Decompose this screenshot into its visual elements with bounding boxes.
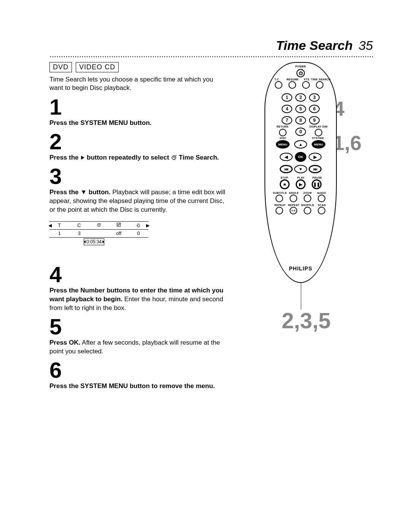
down-arrow-icon: ▼ xyxy=(295,166,306,173)
right-arrow-icon xyxy=(80,155,85,160)
stop-button[interactable]: ■ xyxy=(280,179,290,189)
step-5-bold: Press OK. xyxy=(49,339,80,346)
step-5-text: Press OK. After a few seconds, playback … xyxy=(49,339,228,356)
manual-page: Time Search 35 DVD VIDEO CD Time Search … xyxy=(0,0,411,532)
intro-text: Time Search lets you choose a specific t… xyxy=(49,75,228,92)
next-button[interactable]: ⏭ xyxy=(309,165,322,173)
disc-menu-button[interactable]: MENU xyxy=(276,140,290,149)
num-7[interactable]: 7 xyxy=(282,116,292,125)
label-tc: T-C xyxy=(274,78,279,81)
step-number-4: 4 xyxy=(49,264,228,286)
step-3-text: Press the ▼ button. Playback will pause;… xyxy=(49,188,228,214)
system-menu-button[interactable]: MENU xyxy=(312,140,325,149)
scan-button[interactable] xyxy=(318,207,325,214)
repeat-ab-button[interactable]: A-B xyxy=(290,207,297,214)
num-2[interactable]: 2 xyxy=(295,93,306,102)
step-6-text: Press the SYSTEM MENU button to remove t… xyxy=(49,382,228,391)
osd-val-0: 1 xyxy=(49,230,69,236)
label-timesearch: TIME SEARCH xyxy=(311,78,331,81)
step-1-text: Press the SYSTEM MENU button. xyxy=(49,119,228,128)
label-resume: RESUME xyxy=(287,78,299,81)
num-8[interactable]: 8 xyxy=(295,116,306,125)
dotted-rule xyxy=(49,55,373,58)
remote-control: POWER ⏻ T-C RESUME FTS TIME SEARCH 1 2 xyxy=(264,62,337,283)
page-title: Time Search xyxy=(276,38,353,53)
step-3-bold: Press the ▼ button. xyxy=(49,189,110,196)
power-button[interactable]: ⏻ xyxy=(296,69,305,77)
step-2-lead: Press the xyxy=(49,154,80,161)
time-search-icon xyxy=(171,154,177,160)
label-play: PLAY xyxy=(297,176,304,179)
step-number-5: 5 xyxy=(49,316,228,338)
up-arrow-icon: ▲ xyxy=(295,141,306,148)
osd-hdr-check-icon xyxy=(109,222,129,228)
play-button[interactable]: ▶ xyxy=(296,179,306,189)
return-button[interactable] xyxy=(279,129,287,136)
step-6-bold: Press the SYSTEM MENU button to remove t… xyxy=(49,382,215,390)
num-6[interactable]: 6 xyxy=(309,105,320,113)
step-number-3: 3 xyxy=(49,165,228,187)
down-button[interactable]: ▼ xyxy=(294,165,307,173)
callout-16: 1,6 xyxy=(333,133,362,153)
osd-hdr-hand-icon xyxy=(129,222,148,228)
remote-wrap: 4 1,6 2,3,5 POWER ⏻ T-C RESUME FTS xyxy=(244,62,342,283)
label-return: RETURN xyxy=(277,125,288,128)
pause-button[interactable]: ❚❚ xyxy=(312,179,322,189)
label-angle: ANGLE xyxy=(289,192,299,194)
label-repeat: REPEAT xyxy=(274,204,286,206)
osd-val-1: 3 xyxy=(69,230,89,236)
play-icon: ▶ xyxy=(297,181,304,188)
page-title-row: Time Search 35 xyxy=(49,38,373,53)
label-fts: FTS xyxy=(304,78,309,81)
osd-value-row: 1 3 off 0 xyxy=(49,229,148,237)
tag-dvd: DVD xyxy=(49,62,72,72)
osd-hdr-T: T xyxy=(49,222,69,228)
prev-button[interactable]: ⏮ xyxy=(280,165,293,173)
display-dim-button[interactable] xyxy=(315,129,322,136)
num-3[interactable]: 3 xyxy=(309,93,320,102)
ok-button[interactable]: OK xyxy=(295,152,306,162)
label-zoom: ZOOM xyxy=(303,192,312,194)
label-pause: PAUSE xyxy=(312,176,322,179)
content-row: DVD VIDEO CD Time Search lets you choose… xyxy=(49,62,373,393)
repeat-button[interactable] xyxy=(276,207,283,214)
label-audio: AUDIO xyxy=(317,192,326,194)
step-number-1: 1 xyxy=(49,96,228,118)
tag-video-cd: VIDEO CD xyxy=(76,62,119,72)
spacer xyxy=(49,238,228,260)
callout-235: 2,3,5 xyxy=(282,310,331,332)
num-0[interactable]: 0 xyxy=(295,128,306,136)
step-number-6: 6 xyxy=(49,359,228,381)
left-button[interactable]: ◀ xyxy=(280,153,293,161)
num-4[interactable]: 4 xyxy=(282,105,292,113)
step-2-mid: button repeatedly to select xyxy=(87,154,171,161)
label-scan: SCAN xyxy=(318,204,326,206)
step-1-bold: Press the SYSTEM MENU button. xyxy=(49,119,151,126)
step-4-text: Press the Number buttons to enter the ti… xyxy=(49,286,228,313)
zoom-button[interactable] xyxy=(304,195,311,202)
fts-button[interactable] xyxy=(302,81,310,89)
brand-label: PHILIPS xyxy=(264,265,337,272)
num-9[interactable]: 9 xyxy=(309,116,320,125)
media-tags: DVD VIDEO CD xyxy=(49,62,228,72)
remote-column: 4 1,6 2,3,5 POWER ⏻ T-C RESUME FTS xyxy=(240,62,373,393)
label-system: SYSTEM xyxy=(312,137,324,139)
angle-button[interactable] xyxy=(290,195,297,202)
label-display-dim: DISPLAY DIM xyxy=(309,125,328,128)
prev-icon: ⏮ xyxy=(281,166,292,172)
right-arrow-icon: ▶ xyxy=(309,153,321,160)
osd-header-row: T C xyxy=(49,222,148,229)
osd-val-3: off xyxy=(109,230,129,236)
page-number: 35 xyxy=(358,38,373,53)
resume-button[interactable] xyxy=(288,81,296,89)
right-button[interactable]: ▶ xyxy=(309,153,322,161)
num-5[interactable]: 5 xyxy=(295,105,306,113)
osd-box: ◀ ▶ T C 1 3 xyxy=(49,221,148,238)
num-1[interactable]: 1 xyxy=(282,93,292,102)
time-search-button[interactable] xyxy=(316,81,323,89)
shuffle-button[interactable] xyxy=(304,207,311,214)
tc-button[interactable] xyxy=(275,81,282,89)
audio-button[interactable] xyxy=(318,195,325,202)
subtitle-button[interactable] xyxy=(276,195,283,202)
up-button[interactable]: ▲ xyxy=(294,140,307,149)
